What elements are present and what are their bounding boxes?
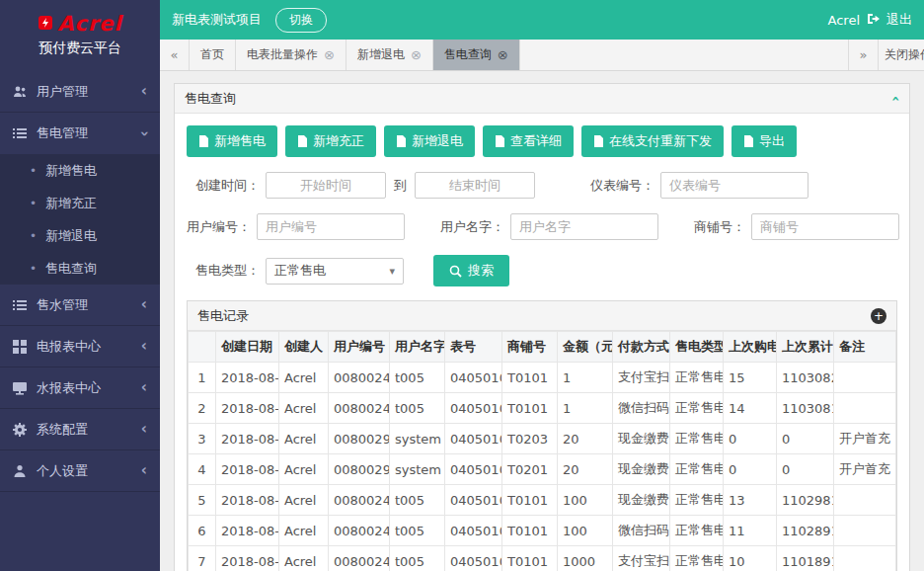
user-no-label: 用户编号： — [187, 218, 251, 236]
table-cell: 2018-08- — [216, 424, 279, 454]
sidebar-item-label: 系统配置 — [37, 421, 141, 439]
sidebar-item-label: 电报表中心 — [37, 338, 141, 356]
export-button[interactable]: 导出 — [732, 125, 797, 157]
table-cell: 20 — [558, 424, 613, 454]
tabbar: « 首页 电表批量操作 ⊗ 新增退电 ⊗ 售电查询 ⊗ » 关闭操作 — [160, 40, 924, 71]
sidebar-item-water-report-center[interactable]: 水报表中心 ‹ — [0, 367, 160, 409]
tab-label: 售电查询 — [444, 46, 492, 63]
column-header: 上次购电 — [724, 332, 777, 363]
table-cell: T0101 — [502, 393, 558, 424]
tab-close-icon[interactable]: ⊗ — [411, 47, 422, 62]
document-icon — [743, 135, 754, 147]
table-row[interactable]: 62018-08-Acrel0080024t0050405010T0101100… — [189, 516, 896, 546]
meter-no-label: 仪表编号： — [590, 177, 654, 195]
shop-no-label: 商铺号： — [694, 218, 745, 236]
sale-type-select[interactable]: 正常售电 ▾ — [266, 258, 404, 285]
tab-close-icon[interactable]: ⊗ — [324, 47, 335, 62]
new-refund-button[interactable]: 新增退电 — [384, 125, 475, 157]
sidebar-item-user-management[interactable]: 用户管理 ‹ — [0, 71, 160, 113]
table-cell: 0 — [724, 424, 777, 454]
user-name-input[interactable] — [510, 213, 658, 240]
tabs-scroll-right-icon[interactable]: » — [849, 40, 879, 70]
table-cell — [834, 363, 896, 393]
sidebar-item-label: 个人设置 — [37, 462, 141, 480]
logo: Acrel 预付费云平台 — [0, 0, 160, 71]
sidebar-subitem-label: 新增售电 — [45, 162, 97, 180]
table-row[interactable]: 72018-08-Acrel0080024t0050405010T0101100… — [189, 546, 896, 571]
new-recharge-button[interactable]: 新增充正 — [285, 125, 376, 157]
logout-icon[interactable] — [867, 13, 880, 28]
table-cell: 正常售电 — [670, 454, 724, 485]
table-cell: 0080024 — [329, 516, 390, 546]
collapse-panel-icon[interactable]: ‹ — [889, 96, 903, 102]
search-button[interactable]: 搜索 — [433, 255, 509, 286]
sidebar-item-new-refund[interactable]: • 新增退电 — [0, 219, 160, 252]
shop-no-input[interactable] — [751, 213, 899, 240]
app-window: Acrel 预付费云平台 用户管理 ‹ 售电管理 ‹ • — [0, 0, 924, 571]
gear-icon — [13, 423, 37, 437]
document-icon — [396, 135, 407, 147]
column-header: 备注 — [834, 332, 896, 363]
table-cell: 0405010 — [445, 546, 502, 571]
document-icon — [495, 135, 505, 147]
sidebar-item-personal-settings[interactable]: 个人设置 ‹ — [0, 450, 160, 492]
table-cell: 0405010 — [445, 363, 502, 393]
tabs-scroll-left-icon[interactable]: « — [160, 40, 190, 70]
table-cell: T0101 — [502, 516, 558, 546]
table-cell: t005 — [390, 485, 445, 516]
table-cell — [834, 546, 896, 571]
tab-meter-batch-ops[interactable]: 电表批量操作 ⊗ — [236, 40, 346, 70]
table-cell: t005 — [390, 393, 445, 424]
new-sale-button[interactable]: 新增售电 — [187, 125, 277, 157]
meter-no-input[interactable] — [660, 172, 808, 199]
sale-type-value: 正常售电 — [274, 262, 326, 280]
view-detail-button[interactable]: 查看详细 — [483, 125, 574, 157]
online-pay-redispatch-button[interactable]: 在线支付重新下发 — [581, 125, 724, 157]
tab-sale-query[interactable]: 售电查询 ⊗ — [433, 40, 520, 70]
switch-project-button[interactable]: 切换 — [275, 8, 327, 33]
plus-icon[interactable]: + — [871, 308, 886, 324]
table-cell: 开户首充 — [834, 454, 896, 485]
list-icon — [13, 126, 37, 140]
chevron-left-icon: ‹ — [141, 297, 147, 312]
table-row[interactable]: 42018-08-Acrel0080029system0405010T02012… — [189, 454, 896, 485]
grid-icon — [13, 340, 37, 354]
search-button-label: 搜索 — [468, 262, 494, 280]
table-cell: 0405010 — [445, 393, 502, 424]
query-panel-header: 售电查询 ‹ — [175, 84, 909, 114]
tab-new-refund[interactable]: 新增退电 ⊗ — [346, 40, 433, 70]
tab-home[interactable]: 首页 — [190, 40, 236, 70]
table-cell: 微信扫码支 — [613, 516, 670, 546]
sidebar-menu: 用户管理 ‹ 售电管理 ‹ • 新增售电 • 新增充正 — [0, 71, 160, 492]
sidebar-item-sale-management[interactable]: 售电管理 ‹ — [0, 113, 160, 154]
sidebar-item-electric-report-center[interactable]: 电报表中心 ‹ — [0, 326, 160, 367]
table-row[interactable]: 12018-08-Acrel0080024t0050405010T01011支付… — [189, 363, 896, 393]
sidebar-item-new-sale[interactable]: • 新增售电 — [0, 154, 160, 187]
table-cell: t005 — [390, 516, 445, 546]
table-cell: T0101 — [502, 546, 558, 571]
table-row[interactable]: 32018-08-Acrel0080029system0405010T02032… — [189, 424, 896, 454]
table-cell: 0 — [777, 424, 834, 454]
table-row[interactable]: 22018-08-Acrel0080024t0050405010T01011微信… — [189, 393, 896, 424]
form-row-1: 创建时间： 到 仪表编号： — [187, 172, 897, 199]
table-cell: Acrel — [279, 485, 329, 516]
table-cell: 1102891. — [777, 516, 834, 546]
tab-label: 新增退电 — [357, 46, 405, 63]
end-time-input[interactable] — [415, 172, 535, 199]
table-cell: system — [390, 424, 445, 454]
start-time-input[interactable] — [266, 172, 386, 199]
logout-label[interactable]: 退出 — [886, 11, 912, 29]
table-row[interactable]: 52018-08-Acrel0080024t0050405010T0101100… — [189, 485, 896, 516]
close-operations-menu[interactable]: 关闭操作 — [879, 40, 924, 70]
tab-close-icon[interactable]: ⊗ — [498, 47, 508, 62]
sidebar-item-new-recharge[interactable]: • 新增充正 — [0, 187, 160, 219]
sidebar-item-water-management[interactable]: 售水管理 ‹ — [0, 285, 160, 326]
button-label: 新增售电 — [214, 132, 266, 150]
user-no-input[interactable] — [257, 213, 405, 240]
document-icon — [297, 135, 308, 147]
table-cell: 支付宝扫码 — [613, 546, 670, 571]
sidebar-item-sale-query[interactable]: • 售电查询 — [0, 252, 160, 285]
search-icon — [449, 265, 462, 278]
sidebar-item-system-config[interactable]: 系统配置 ‹ — [0, 409, 160, 450]
table-cell: Acrel — [279, 516, 329, 546]
